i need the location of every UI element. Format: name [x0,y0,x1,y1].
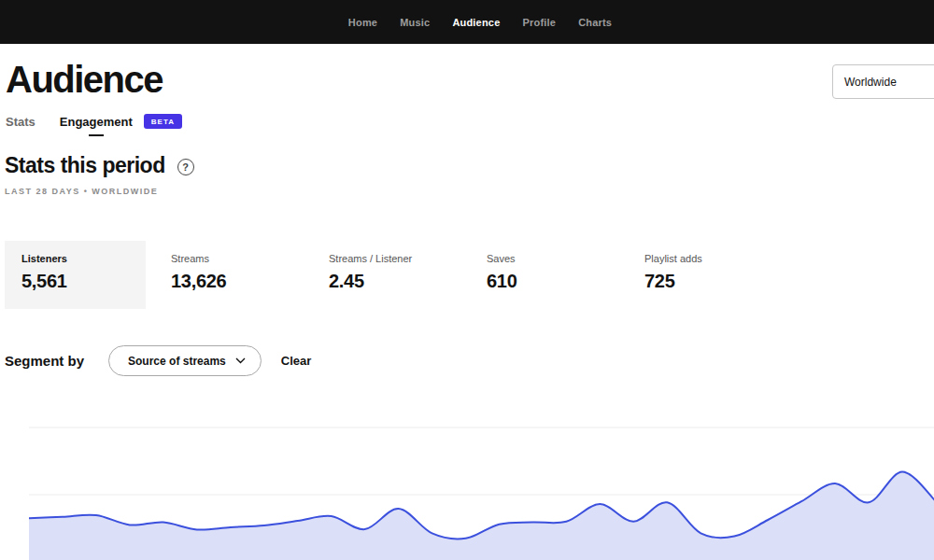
tab-stats[interactable]: Stats [6,115,35,129]
stat-card-streams[interactable]: Streams 13,626 [154,241,304,309]
stat-card-streams-per-listener[interactable]: Streams / Listener 2.45 [312,241,461,309]
stat-label: Saves [487,253,619,264]
stat-label: Streams [171,253,304,264]
segment-dropdown[interactable]: Source of streams [108,345,262,376]
stat-label: Streams / Listener [329,253,461,264]
active-tab-underline [89,134,104,136]
tab-engagement-wrap: Engagement BETA [60,114,182,129]
top-nav-items: Home Music Audience Profile Charts [348,17,612,28]
stats-section-head: Stats this period ? [5,153,194,178]
segment-dropdown-value: Source of streams [128,355,226,368]
listeners-trend-chart[interactable]: 600 400 [0,411,934,560]
area-fill [29,471,934,560]
segment-by-label: Segment by [5,353,84,369]
period-subtitle: LAST 28 DAYS • WORLDWIDE [5,187,158,196]
beta-badge: BETA [144,114,182,129]
chevron-down-icon [235,357,246,364]
stats-row: Listeners 5,561 Streams 13,626 Streams /… [5,241,777,309]
stat-value: 610 [487,271,619,292]
tab-bar: Stats Engagement BETA [6,114,182,129]
clear-segment-button[interactable]: Clear [281,354,312,368]
stats-section-title: Stats this period [5,153,165,178]
tab-engagement-label: Engagement [60,115,133,129]
area-chart-canvas [0,411,934,560]
segment-row: Segment by Source of streams Clear [5,345,311,376]
stat-card-listeners[interactable]: Listeners 5,561 [5,241,146,309]
stat-card-playlist-adds[interactable]: Playlist adds 725 [628,241,777,309]
region-selector-value: Worldwide [844,76,897,89]
stat-label: Listeners [21,253,146,264]
tab-engagement[interactable]: Engagement [60,115,133,129]
nav-item-profile[interactable]: Profile [523,17,557,28]
nav-item-audience[interactable]: Audience [452,17,500,28]
nav-item-home[interactable]: Home [348,17,377,28]
stat-label: Playlist adds [644,253,777,264]
stat-card-saves[interactable]: Saves 610 [470,241,619,309]
page-title: Audience [6,59,163,101]
nav-item-music[interactable]: Music [400,17,430,28]
stat-value: 2.45 [329,271,461,292]
nav-item-charts[interactable]: Charts [578,17,612,28]
question-mark-icon[interactable]: ? [177,159,194,175]
stat-value: 13,626 [171,271,304,292]
top-nav: Home Music Audience Profile Charts [0,0,934,44]
audience-page: Home Music Audience Profile Charts Audie… [0,0,934,560]
region-selector[interactable]: Worldwide [832,64,934,99]
stat-value: 725 [644,271,777,292]
stat-value: 5,561 [21,271,146,292]
